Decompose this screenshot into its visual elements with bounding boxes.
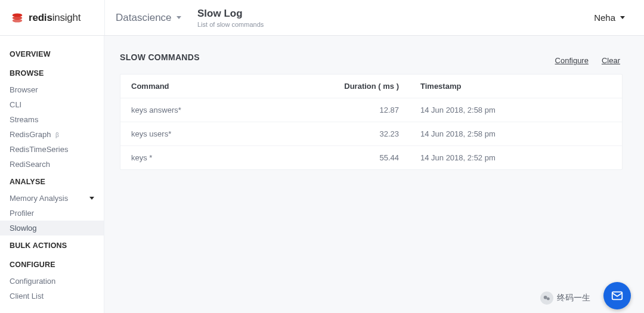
col-header-command: Command [131,82,337,91]
user-menu[interactable]: Neha [594,13,633,23]
database-selector[interactable]: Datascience [104,0,194,35]
sidebar-item-label: Memory Analysis [10,194,68,203]
sidebar-section-header: BULK ACTIONS [0,235,104,255]
section-title: SLOW COMMANDS [120,52,623,62]
table-row[interactable]: keys users*32.2314 Jun 2018, 2:58 pm [120,122,622,146]
cell-duration: 12.87 [337,106,420,114]
sidebar-item-label: Streams [10,115,38,124]
chevron-down-icon [177,16,181,19]
contact-fab[interactable] [603,282,631,309]
app-logo-text: redisinsight [29,12,80,24]
sidebar-section-header: CONFIGURE [0,255,104,274]
sidebar: OVERVIEWBROWSEBrowserCLIStreamsRedisGrap… [0,36,104,313]
sidebar-item-redistimeseries[interactable]: RedisTimeSeries [0,142,104,157]
mail-icon [611,289,624,302]
sidebar-item-streams[interactable]: Streams [0,112,104,127]
main-content: SLOW COMMANDS Configure Clear Command Du… [104,36,644,313]
wechat-icon [540,292,553,305]
app-logo[interactable]: redisinsight [11,11,104,24]
footer-brand-text: 终码一生 [557,293,590,303]
sidebar-item-label: RedisGraph β [10,130,59,139]
svg-point-2 [13,18,23,22]
cell-timestamp: 14 Jun 2018, 2:58 pm [420,129,611,138]
footer-brand: 终码一生 [540,292,590,305]
sidebar-section-header: BROWSE [0,63,104,82]
sidebar-item-label: Profiler [10,209,34,218]
section-actions: Configure Clear [555,56,620,65]
sidebar-item-label: RediSearch [10,160,50,169]
sidebar-item-slowlog[interactable]: Slowlog [0,221,104,235]
sidebar-item-profiler[interactable]: Profiler [0,206,104,221]
redis-logo-icon [11,11,24,24]
sidebar-item-cli[interactable]: CLI [0,97,104,112]
cell-timestamp: 14 Jun 2018, 2:52 pm [420,153,611,162]
table-row[interactable]: keys answers*12.8714 Jun 2018, 2:58 pm [120,98,622,122]
table-header-row: Command Duration ( ms ) Timestamp [120,75,622,98]
chevron-down-icon [89,197,94,200]
sidebar-item-configuration[interactable]: Configuration [0,274,104,289]
col-header-duration: Duration ( ms ) [337,82,420,91]
sidebar-item-label: CLI [10,100,21,109]
chevron-down-icon [620,16,625,19]
sidebar-item-redisearch[interactable]: RediSearch [0,157,104,172]
svg-point-4 [547,297,550,300]
cell-command: keys users* [131,129,337,138]
sidebar-section-header: OVERVIEW [0,44,104,63]
sidebar-item-redisgraph[interactable]: RedisGraph β [0,127,104,142]
topbar: redisinsight Datascience Slow Log List o… [0,0,644,36]
cell-duration: 55.44 [337,153,420,162]
sidebar-item-label: RedisTimeSeries [10,145,69,154]
col-header-timestamp: Timestamp [420,82,611,91]
database-selector-label: Datascience [116,12,172,24]
cell-command: keys * [131,153,337,162]
user-name: Neha [594,13,615,23]
page-title-block: Slow Log List of slow commands [194,8,264,28]
sidebar-item-label: Slowlog [10,224,37,233]
cell-timestamp: 14 Jun 2018, 2:58 pm [420,106,611,114]
svg-point-3 [544,296,547,299]
cell-duration: 32.23 [337,129,420,138]
sidebar-item-memory-analysis[interactable]: Memory Analysis [0,191,104,206]
page-title: Slow Log [197,8,264,20]
sidebar-item-label: Configuration [10,277,55,286]
page-subtitle: List of slow commands [197,21,264,28]
sidebar-item-label: Client List [10,292,44,300]
configure-link[interactable]: Configure [555,56,589,65]
beta-badge: β [55,132,59,138]
cell-command: keys answers* [131,106,337,114]
sidebar-item-label: Browser [10,85,38,94]
clear-link[interactable]: Clear [602,56,620,65]
sidebar-section-header: ANALYSE [0,172,104,191]
sidebar-item-browser[interactable]: Browser [0,82,104,97]
sidebar-item-client-list[interactable]: Client List [0,289,104,303]
slowlog-table: Command Duration ( ms ) Timestamp keys a… [120,74,623,170]
table-row[interactable]: keys *55.4414 Jun 2018, 2:52 pm [120,146,622,169]
